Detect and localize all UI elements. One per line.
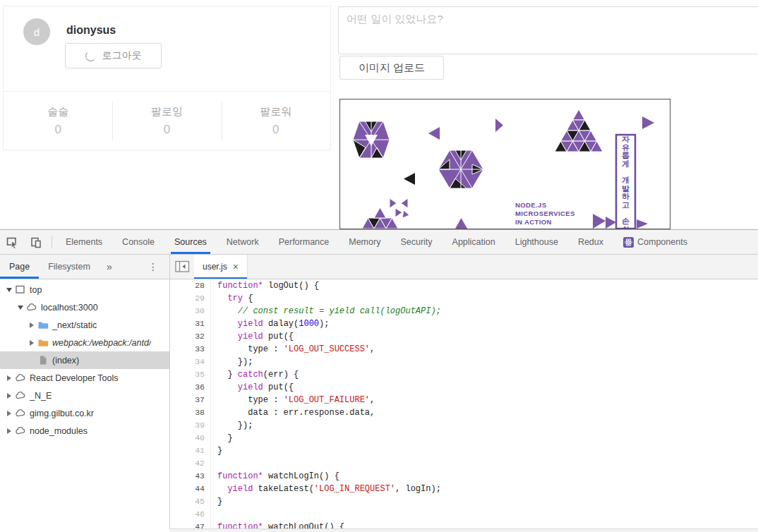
code-line: 34 }); [170, 356, 758, 368]
tab-memory[interactable]: Memory [339, 230, 390, 254]
line-number[interactable]: 35 [170, 368, 211, 381]
tree-collapsed-arrow-icon[interactable] [27, 340, 36, 346]
tree-item-gimg-gilbut-co-kr[interactable]: gimg.gilbut.co.kr [0, 404, 169, 422]
code-line: 37 type : 'LOG_OUT_FAILURE', [170, 394, 758, 406]
devtools-tab-bar: ElementsConsoleSourcesNetworkPerformance… [56, 230, 697, 254]
tree-item--n-e[interactable]: _N_E [0, 387, 169, 404]
line-number[interactable]: 39 [170, 419, 211, 432]
editor-tab-userjs[interactable]: user.js × [194, 255, 248, 279]
tree-collapsed-arrow-icon[interactable] [4, 428, 13, 434]
code-line-content: } catch(err) { [211, 368, 299, 381]
code-line-content: yield put({ [211, 381, 294, 394]
tab-sources[interactable]: Sources [164, 230, 217, 254]
tree-collapsed-arrow-icon[interactable] [4, 375, 13, 381]
line-number[interactable]: 43 [170, 470, 211, 483]
code-line: 46 [170, 508, 758, 521]
stat-column-1[interactable]: 팔로잉0 [112, 92, 221, 150]
toolbar-separator [52, 236, 52, 248]
post-textarea[interactable] [338, 6, 758, 54]
line-number[interactable]: 28 [170, 279, 211, 292]
line-number[interactable]: 36 [170, 381, 211, 394]
code-line: 30 // const result = yield call(logOutAP… [170, 305, 758, 318]
tree-item--index-[interactable]: (index) [0, 351, 169, 369]
code-line-content [211, 508, 217, 521]
tree-item-label: localhost:3000 [41, 303, 98, 313]
tab-components[interactable]: Components [613, 230, 697, 254]
tab-label: Lighthouse [515, 237, 558, 247]
folder-orange-icon [37, 337, 49, 348]
tree-expanded-arrow-icon[interactable] [4, 288, 13, 292]
tree-collapsed-arrow-icon[interactable] [4, 411, 13, 416]
tab-security[interactable]: Security [390, 230, 442, 254]
tree-item-localhost-3000[interactable]: localhost:3000 [0, 298, 169, 316]
tree-item--next-static[interactable]: _next/static [0, 316, 169, 334]
editor-bottom-strip [169, 528, 758, 532]
line-number[interactable]: 30 [170, 305, 211, 318]
line-number[interactable]: 32 [170, 330, 211, 343]
line-number[interactable]: 46 [170, 508, 211, 521]
line-number[interactable]: 45 [170, 495, 211, 508]
avatar[interactable]: d [23, 18, 50, 45]
tab-network[interactable]: Network [217, 230, 269, 254]
profile-card-header: d dionysus 로그아웃 [4, 6, 330, 91]
tree-item-node-modules[interactable]: node_modules [0, 422, 169, 440]
line-number[interactable]: 41 [170, 445, 211, 457]
line-number[interactable]: 37 [170, 394, 211, 406]
navigator-tab-page[interactable]: Page [0, 255, 39, 279]
tree-collapsed-arrow-icon[interactable] [27, 322, 36, 328]
tab-label: Elements [66, 237, 102, 247]
tab-redux[interactable]: Redux [568, 230, 613, 254]
hide-navigator-icon[interactable] [170, 255, 194, 279]
code-line-content: yield dalay(1000); [211, 318, 329, 330]
line-number[interactable]: 31 [170, 318, 211, 330]
cloud-icon [15, 408, 26, 418]
line-number[interactable]: 44 [170, 483, 211, 495]
more-options-icon[interactable]: ⋮ [137, 255, 169, 279]
line-number[interactable]: 38 [170, 406, 211, 419]
tab-console[interactable]: Console [112, 230, 164, 254]
tree-item-webpack-webpack-antd-[interactable]: webpack:/webpack:/antd/ [0, 334, 169, 351]
logout-button[interactable]: 로그아웃 [65, 43, 162, 68]
file-icon [37, 355, 49, 365]
overflow-tabs-icon[interactable]: » [100, 255, 120, 279]
close-tab-icon[interactable]: × [233, 261, 239, 272]
line-number[interactable]: 34 [170, 356, 211, 368]
navigator-tab-filesystem[interactable]: Filesystem [39, 255, 100, 279]
tab-application[interactable]: Application [443, 230, 505, 254]
arrow-right-glyph [7, 375, 11, 381]
cloud-icon [26, 302, 37, 313]
tab-performance[interactable]: Performance [269, 230, 339, 254]
loading-spinner-icon [85, 51, 96, 61]
stat-label: 팔로잉 [151, 105, 183, 119]
inspect-element-icon[interactable] [0, 230, 24, 254]
cover-title-line1: NODE.JS [515, 201, 547, 209]
stat-value: 0 [164, 123, 170, 137]
code-line: 31 yield dalay(1000); [170, 318, 758, 330]
tree-collapsed-arrow-icon[interactable] [4, 393, 13, 399]
tab-label: Sources [174, 237, 207, 247]
code-line-content: function* watchLogIn() { [211, 470, 339, 483]
device-toolbar-icon[interactable] [24, 230, 48, 254]
line-number[interactable]: 40 [170, 432, 211, 445]
code-line-content: type : 'LOG_OUT_FAILURE', [211, 394, 375, 406]
cloud-icon [15, 373, 26, 383]
code-line-content: yield put({ [211, 330, 294, 343]
code-line: 42 [170, 457, 758, 470]
image-upload-button[interactable]: 이미지 업로드 [339, 56, 444, 80]
navigator-tab-bar: PageFilesystem»⋮ [0, 255, 170, 279]
line-number[interactable]: 29 [170, 292, 211, 305]
stat-column-2[interactable]: 팔로워0 [222, 92, 330, 150]
stat-column-0[interactable]: 술술0 [4, 92, 112, 150]
tab-label: Performance [279, 237, 330, 247]
tree-item-top[interactable]: top [0, 281, 169, 298]
code-line-content: // const result = yield call(logOutAPI); [211, 305, 441, 318]
tab-elements[interactable]: Elements [56, 230, 112, 254]
tab-lighthouse[interactable]: Lighthouse [505, 230, 568, 254]
tree-item-react-developer-tools[interactable]: React Developer Tools [0, 369, 169, 387]
line-number[interactable]: 42 [170, 457, 211, 470]
line-number[interactable]: 33 [170, 343, 211, 356]
tree-expanded-arrow-icon[interactable] [16, 306, 25, 310]
tree-item-label: _next/static [52, 320, 97, 330]
code-line: 35 } catch(err) { [170, 368, 758, 381]
code-editor[interactable]: 28function* logOut() {29 try {30 // cons… [170, 279, 758, 532]
